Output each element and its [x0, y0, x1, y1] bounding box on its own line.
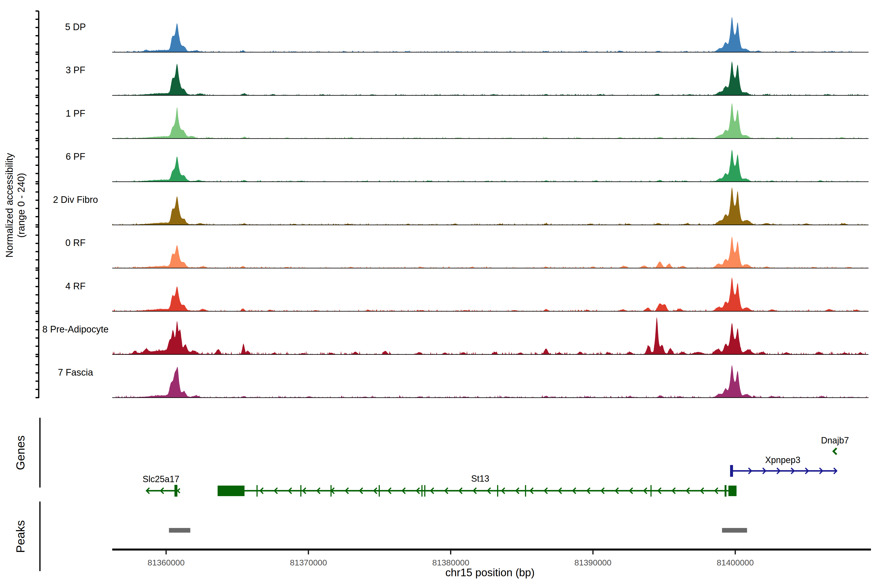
gene-exon-tick	[424, 485, 426, 496]
track-area-0-rf	[112, 236, 868, 268]
track-label-7-fascia: 7 Fascia	[58, 367, 93, 378]
x-axis-title: chr15 position (bp)	[446, 567, 535, 579]
y-axis-label-line1: Normalized accessibility	[4, 153, 15, 258]
y-axis-label-line2: (range 0 - 240)	[16, 173, 27, 238]
gene-st13	[218, 485, 736, 496]
track-label-5-dp: 5 DP	[65, 22, 86, 32]
track-area-3-pf	[112, 61, 868, 95]
gene-models-layer	[147, 448, 837, 496]
track-label-4-rf: 4 RF	[65, 281, 86, 291]
gene-exon-tick	[422, 485, 423, 496]
gene-slc25a17	[147, 485, 180, 496]
track-label-8-pre-adipocyte: 8 Pre-Adipocyte	[42, 324, 108, 334]
x-tick-label-81360000: 81360000	[147, 558, 184, 567]
gene-label-xpnpep3: Xpnpep3	[765, 455, 800, 465]
genome-browser-figure: Normalized accessibility (range 0 - 240)…	[0, 0, 882, 588]
peak-bars-layer	[169, 528, 747, 532]
gene-tss-bar	[725, 485, 726, 496]
gene-exon-tick	[497, 485, 498, 496]
gene-exon-tick	[256, 485, 258, 496]
genes-section-label: Genes	[14, 435, 27, 470]
gene-arrow-icon	[834, 448, 837, 454]
track-label-1-pf: 1 PF	[66, 108, 85, 118]
track-area-8-pre-adipocyte	[112, 317, 868, 354]
track-7-fascia	[112, 365, 868, 398]
track-6-pf	[112, 150, 868, 182]
accessibility-tracks-layer	[112, 16, 868, 398]
x-tick-label-81390000: 81390000	[574, 558, 611, 567]
track-label-6-pf: 6 PF	[66, 152, 85, 162]
track-4-rf	[112, 277, 868, 311]
gene-xpnpep3	[730, 465, 837, 477]
gene-label-slc25a17: Slc25a17	[142, 474, 179, 484]
gene-dnajb7	[834, 448, 837, 454]
track-area-2-div-fibro	[112, 187, 868, 225]
x-tick-label-81400000: 81400000	[717, 558, 754, 567]
track-area-7-fascia	[112, 365, 868, 398]
gene-exon-tick	[300, 485, 302, 496]
x-tick-label-81370000: 81370000	[290, 558, 327, 567]
track-label-0-rf: 0 RF	[65, 238, 86, 248]
track-5-dp	[112, 16, 868, 52]
track-1-pf	[112, 103, 868, 138]
gene-label-dnajb7: Dnajb7	[821, 435, 849, 446]
peaks-section-label: Peaks	[14, 520, 27, 553]
gene-exon-box	[728, 486, 736, 496]
track-2-div-fibro	[112, 187, 868, 225]
track-8-pre-adipocyte	[112, 317, 868, 354]
track-area-6-pf	[112, 150, 868, 182]
called-peak-bar	[722, 528, 747, 532]
gene-tss-arrow-icon	[178, 489, 180, 493]
x-tick-label-81380000: 81380000	[432, 558, 469, 567]
track-area-1-pf	[112, 103, 868, 138]
gene-exon-box	[218, 486, 244, 496]
called-peak-bar	[169, 528, 190, 532]
gene-exon-tick	[379, 485, 380, 496]
gene-exon-tick	[651, 485, 652, 496]
track-area-5-dp	[112, 16, 868, 52]
track-3-pf	[112, 61, 868, 95]
track-0-rf	[112, 236, 868, 268]
track-label-3-pf: 3 PF	[66, 65, 85, 75]
track-label-2-div-fibro: 2 Div Fibro	[53, 195, 98, 205]
gene-tss-bar	[730, 465, 733, 477]
gene-exon-tick	[525, 485, 526, 496]
track-area-4-rf	[112, 277, 868, 311]
gene-label-st13: St13	[471, 474, 489, 484]
browser-svg: Normalized accessibility (range 0 - 240)…	[0, 0, 882, 588]
